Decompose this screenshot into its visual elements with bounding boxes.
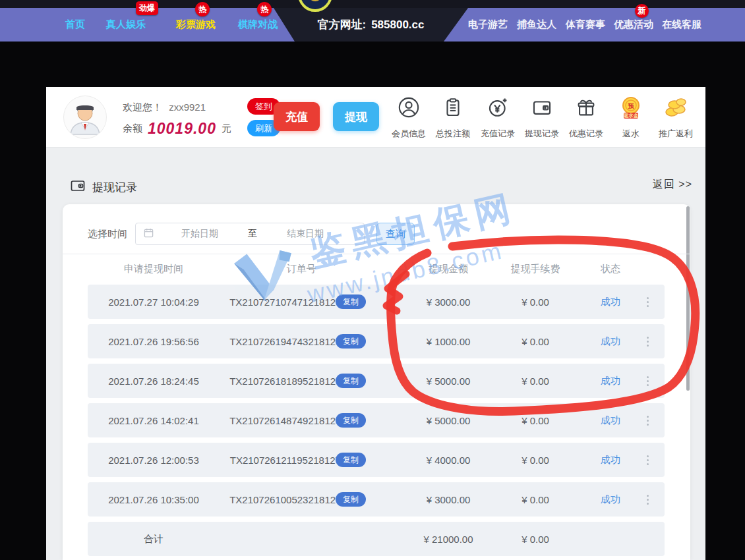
table-header: 申请提现时间 订单号 提现金额 提现手续费 状态 (88, 257, 665, 281)
balance-currency: 元 (222, 123, 231, 135)
nav-slots[interactable]: 电子游艺 (467, 8, 508, 42)
withdraw-button[interactable]: 提现 (333, 102, 379, 131)
table-row: 2021.07.26 10:35:00 TX210726100523218127… (88, 482, 665, 517)
copy-button[interactable]: 复制 (336, 374, 366, 388)
avatar[interactable] (63, 96, 107, 139)
member-bar: 欢迎您！ zxx9921 余额 10019.00 元 签到 刷新 充值 提现 会… (46, 87, 705, 148)
row-more-menu-icon[interactable] (641, 285, 653, 319)
official-site-url: 官方网址: 585800.cc (274, 8, 468, 42)
section-title: 提现记录 (70, 178, 137, 197)
username: zxx9921 (169, 101, 206, 113)
row-status[interactable]: 成功 (571, 443, 650, 477)
table-row: 2021.07.26 19:56:56 TX210726194743218127… (88, 324, 665, 358)
deposit-record-icon (487, 96, 509, 119)
navbar: 首页 真人娱乐 彩票游戏 棋牌对战 官方网址: 585800.cc 电子游艺 捕… (0, 8, 745, 42)
quicklink-member-info[interactable]: 会员信息 (387, 96, 431, 140)
coins-icon (664, 96, 688, 120)
total-fee: ¥ 0.00 (483, 522, 588, 556)
row-order: TX2107261947432181272 (222, 324, 354, 358)
balance-value: 10019.00 (148, 120, 216, 138)
row-more-menu-icon[interactable] (641, 324, 653, 358)
quicklink-label: 返水 (622, 128, 640, 140)
table-body: 2021.07.27 10:04:29 TX210727107471218127… (88, 285, 665, 560)
quicklink-referral-rebate[interactable]: 推广返利 (654, 96, 698, 140)
balance-row: 余额 10019.00 元 (123, 120, 231, 138)
filter-label: 选择时间 (88, 228, 127, 240)
quicklink-withdraw-records[interactable]: 提现记录 (520, 96, 564, 140)
records-panel: 选择时间 开始日期 至 结束日期 查询 申请提现时间 订单号 (63, 204, 690, 560)
divider (63, 254, 690, 254)
page: 首页 真人娱乐 彩票游戏 棋牌对战 官方网址: 585800.cc 电子游艺 捕… (0, 0, 745, 560)
date-to-separator: 至 (239, 228, 266, 240)
copy-button[interactable]: 复制 (336, 413, 366, 428)
table-row: 2021.07.27 10:04:29 TX210727107471218127… (88, 285, 665, 319)
row-order: TX2107261487492181272 (222, 403, 354, 437)
svg-text:预: 预 (628, 103, 635, 109)
row-more-menu-icon[interactable] (641, 443, 653, 477)
quicklink-total-bets[interactable]: 总投注额 (431, 96, 475, 140)
row-status[interactable]: 成功 (571, 403, 650, 437)
quicklink-rebate[interactable]: 预 返水金 返水 (609, 96, 653, 140)
table-row: 2021.07.26 18:24:45 TX210726181895218127… (88, 364, 665, 398)
quicklink-label: 优惠记录 (569, 128, 603, 140)
nav-fishing[interactable]: 捕鱼达人 (516, 8, 557, 42)
row-time: 2021.07.26 18:24:45 (88, 364, 220, 398)
quicklink-label: 推广返利 (659, 128, 693, 140)
search-button[interactable]: 查询 (376, 223, 415, 245)
nav-service[interactable]: 在线客服 (661, 8, 702, 42)
copy-button[interactable]: 复制 (336, 294, 366, 309)
scrollbar[interactable] (686, 206, 690, 391)
badge-hot-live: 劲爆 (136, 1, 158, 15)
badge-hot-chess: 热 (257, 2, 272, 16)
back-link[interactable]: 返回 >> (626, 178, 692, 192)
badge-new-promo: 新 (635, 4, 649, 18)
quicklink-deposit-records[interactable]: 充值记录 (476, 96, 520, 140)
row-time: 2021.07.26 10:35:00 (88, 482, 220, 517)
date-range-input[interactable]: 开始日期 至 结束日期 (135, 223, 365, 245)
row-time: 2021.07.27 10:04:29 (88, 285, 220, 319)
nav-home[interactable]: 首页 (61, 8, 90, 42)
quicklink-label: 会员信息 (392, 128, 426, 140)
copy-button[interactable]: 复制 (336, 334, 366, 349)
quicklink-promo-records[interactable]: 优惠记录 (564, 96, 608, 140)
row-order: TX2107261818952181272 (222, 364, 354, 398)
row-status[interactable]: 成功 (571, 285, 650, 319)
official-label: 官方网址: (317, 17, 366, 32)
header-status: 状态 (571, 257, 650, 281)
row-more-menu-icon[interactable] (641, 482, 653, 517)
row-status[interactable]: 成功 (571, 324, 650, 358)
copy-button[interactable]: 复制 (336, 453, 366, 467)
row-status[interactable]: 成功 (571, 364, 650, 398)
welcome-text: 欢迎您！ zxx9921 (123, 101, 206, 114)
row-more-menu-icon[interactable] (641, 364, 653, 398)
nav-sports[interactable]: 体育赛事 (565, 8, 606, 42)
row-more-menu-icon[interactable] (641, 403, 653, 437)
gift-icon (575, 96, 597, 119)
bet-record-icon (442, 96, 464, 119)
filter-row: 选择时间 开始日期 至 结束日期 查询 (88, 223, 415, 245)
end-date-placeholder[interactable]: 结束日期 (266, 228, 345, 240)
start-date-placeholder[interactable]: 开始日期 (160, 228, 239, 240)
row-order: TX2107271074712181272 (222, 285, 354, 319)
row-status[interactable]: 成功 (571, 482, 650, 517)
badge-hot-lottery: 热 (195, 2, 210, 16)
table-row: 2021.07.26 14:02:41 TX210726148749218127… (88, 403, 665, 437)
official-url: 585800.cc (371, 18, 424, 32)
row-order: TX2107261005232181272 (222, 482, 354, 517)
svg-text:返水金: 返水金 (623, 113, 639, 119)
header-order: 订单号 (222, 257, 380, 281)
row-time: 2021.07.26 19:56:56 (88, 324, 220, 358)
top-strip (0, 0, 745, 8)
quicklink-label: 总投注额 (436, 128, 470, 140)
copy-button[interactable]: 复制 (336, 492, 366, 507)
row-time: 2021.07.26 12:00:53 (88, 443, 220, 477)
total-label: 合计 (88, 522, 220, 556)
balance-label: 余额 (123, 123, 142, 135)
table-total-row: 合计 ¥ 21000.00 ¥ 0.00 (88, 522, 665, 556)
deposit-button[interactable]: 充值 (274, 102, 320, 131)
row-time: 2021.07.26 14:02:41 (88, 403, 220, 437)
welcome-prefix: 欢迎您！ (123, 101, 162, 113)
quicklink-label: 充值记录 (481, 128, 515, 140)
rebate-coin-icon: 预 返水金 (619, 96, 643, 120)
main-card: 欢迎您！ zxx9921 余额 10019.00 元 签到 刷新 充值 提现 会… (46, 87, 705, 560)
